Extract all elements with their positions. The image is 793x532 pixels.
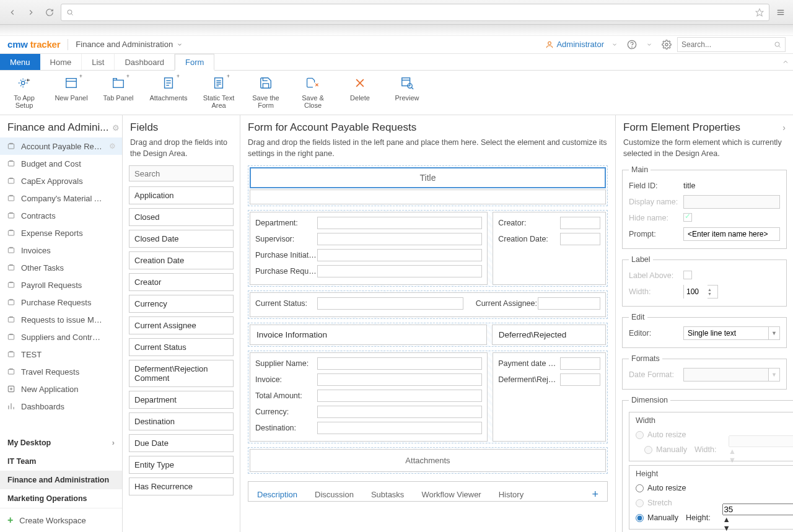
form-column-left[interactable]: Department:Supervisor:Purchase Initiator… [250,212,488,285]
height-stepper[interactable]: ▲▼ [722,504,793,533]
field-chip[interactable]: Entity Type [129,456,234,474]
label-width-stepper[interactable]: ▲▼ [683,285,718,299]
preview-button[interactable]: Preview [389,74,425,102]
display-name-input[interactable] [683,195,780,209]
form-field-row[interactable]: Creation Date: [498,231,600,247]
reload-button[interactable] [42,5,57,20]
user-dropdown-button[interactable] [608,38,621,51]
nav-item[interactable]: Travel Requests⚙ [0,363,122,380]
section-header[interactable]: Deferred\Rejected [492,325,606,345]
blank-row[interactable] [250,190,606,204]
form-title-block[interactable]: Title [248,165,608,206]
tab-dashboard[interactable]: Dashboard [115,54,175,70]
nav-item[interactable]: TEST⚙ [0,346,122,363]
spinner-icon[interactable]: ▲▼ [722,515,730,533]
form-field-row[interactable]: Department: [255,215,482,231]
static-text-button[interactable]: + Static Text Area [201,74,237,109]
bookmark-icon[interactable] [755,8,764,17]
save-close-button[interactable]: Save & Close [295,74,331,109]
field-input[interactable] [317,373,482,386]
label-width-input[interactable] [684,285,708,299]
url-bar[interactable] [61,4,769,21]
tab-form[interactable]: Form [175,54,214,71]
global-search[interactable] [677,37,786,52]
field-input[interactable] [317,217,482,229]
field-chip[interactable]: Current Assignee [129,316,234,334]
form-field-row[interactable]: Creator: [498,215,600,231]
attachments-block[interactable]: Attachments [248,447,608,474]
add-tab-button[interactable]: + [592,488,598,501]
deferred-column[interactable]: Payment date po...Deferment\Rejec... [493,352,606,442]
field-input[interactable] [317,233,482,245]
form-field-row[interactable]: Currency: [255,404,482,420]
chevron-right-icon[interactable]: › [782,123,786,133]
tab-menu[interactable]: Menu [0,54,40,70]
field-input[interactable] [560,233,600,245]
chevron-down-icon[interactable]: ▼ [769,326,780,340]
nav-section[interactable]: IT Team [0,452,122,471]
field-chip[interactable]: Currency [129,295,234,313]
forward-button[interactable] [24,5,38,20]
form-column-right[interactable]: Creator:Creation Date: [493,212,606,285]
field-input[interactable] [317,357,482,370]
nav-section[interactable]: Finance and Administration [0,471,122,489]
field-input[interactable] [317,265,482,277]
prompt-input[interactable] [683,227,780,241]
help-dropdown-button[interactable] [642,38,656,51]
field-input[interactable] [317,422,482,434]
gear-icon[interactable]: ⚙ [112,123,120,133]
form-field-row[interactable]: Total Amount: [255,388,482,404]
hide-name-checkbox[interactable] [683,213,692,222]
save-form-button[interactable]: Save the Form [248,74,284,109]
nav-item[interactable]: Payroll Requests⚙ [0,276,122,294]
field-input[interactable] [317,390,482,402]
delete-button[interactable]: Delete [342,74,378,102]
form-details-block[interactable]: Supplier Name:Invoice:Total Amount:Curre… [248,351,608,443]
title-field[interactable]: Title [250,167,606,188]
tab-panel-button[interactable]: + Tab Panel [100,74,136,102]
nav-item[interactable]: Purchase Requests⚙ [0,294,122,311]
form-section-header-block[interactable]: Invoice Information Deferred\Rejected [248,323,608,347]
field-chip[interactable]: Creation Date [129,251,234,269]
new-panel-button[interactable]: + New Panel [53,74,89,102]
field-chip[interactable]: Due Date [129,434,234,452]
form-field-row[interactable]: Purchase Initiator: [255,247,482,263]
fields-search-input[interactable] [129,165,234,181]
attachments-button[interactable]: + Attachments [147,74,190,102]
spinner-icon[interactable]: ▲▼ [708,287,716,296]
height-input[interactable] [722,504,793,515]
field-input[interactable] [560,373,600,386]
create-workspace-button[interactable]: + Create Workspace [0,508,122,532]
nav-item[interactable]: Company's Material A...⚙ [0,190,122,207]
form-status-block[interactable]: Current Status: Current Assignee: [248,290,608,319]
form-field-row[interactable]: Supervisor: [255,231,482,247]
nav-item[interactable]: Expense Reports⚙ [0,224,122,242]
form-header-block[interactable]: Department:Supervisor:Purchase Initiator… [248,210,608,287]
nav-section[interactable]: Marketing Operations [0,489,122,508]
nav-item[interactable]: Requests to issue Mat...⚙ [0,311,122,328]
tab-list[interactable]: List [82,54,115,70]
editor-select[interactable] [683,326,769,340]
label-above-checkbox[interactable] [683,271,692,279]
nav-item[interactable]: Account Payable Requ...⚙ [0,137,122,155]
back-button[interactable] [5,5,20,20]
bottom-tab[interactable]: History [499,490,524,499]
field-input[interactable] [538,297,600,310]
field-chip[interactable]: Closed Date [129,230,234,248]
field-chip[interactable]: Has Recurrence [129,477,234,495]
gear-icon[interactable]: ⚙ [109,142,116,150]
workspace-selector[interactable]: Finance and Administration [76,40,183,49]
bottom-tab[interactable]: Discussion [315,490,354,499]
date-format-select[interactable] [683,368,769,382]
field-chip[interactable]: Current Status [129,338,234,356]
nav-section[interactable]: My Desktop› [0,434,122,452]
field-chip[interactable]: Closed [129,208,234,226]
form-field-row[interactable]: Purchase Request: [255,263,482,279]
tab-home[interactable]: Home [40,54,82,70]
nav-item[interactable]: Budget and Cost⚙ [0,155,122,172]
field-chip[interactable]: Application [129,186,234,204]
nav-item[interactable]: Suppliers and Contrac...⚙ [0,328,122,346]
attachments-header[interactable]: Attachments [250,449,606,472]
field-input[interactable] [560,217,600,229]
browser-menu-button[interactable] [773,8,788,17]
